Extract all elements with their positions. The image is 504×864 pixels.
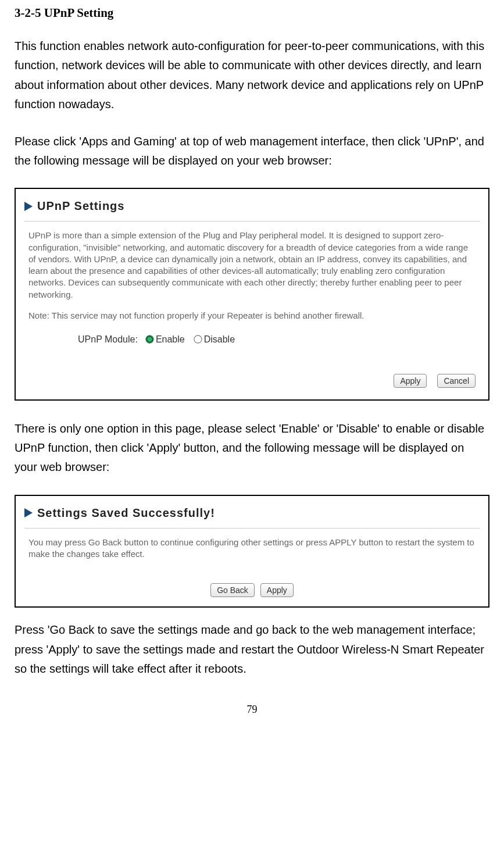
panel-title-saved: Settings Saved Successfully!: [37, 506, 215, 520]
settings-saved-screenshot: Settings Saved Successfully! You may pre…: [15, 495, 489, 608]
panel-body-saved: You may press Go Back button to continue…: [16, 537, 488, 581]
panel-header: UPnP Settings: [16, 189, 488, 217]
apply-button-saved[interactable]: Apply: [260, 583, 294, 597]
saved-description: You may press Go Back button to continue…: [28, 537, 476, 560]
radio-disable[interactable]: Disable: [194, 333, 235, 346]
radio-disable-input[interactable]: [194, 335, 202, 344]
page-number: 79: [15, 704, 489, 716]
panel-body: UPnP is more than a simple extension of …: [16, 230, 488, 357]
divider: [24, 528, 480, 529]
final-paragraph: Press 'Go Back to save the settings made…: [15, 620, 489, 679]
middle-paragraph: There is only one option in this page, p…: [15, 419, 489, 477]
chevron-right-icon: [24, 202, 33, 211]
upnp-radio-group: Enable Disable: [146, 333, 235, 346]
radio-disable-label: Disable: [204, 333, 235, 346]
upnp-note: Note: This service may not function prop…: [28, 310, 476, 322]
upnp-module-row: UPnP Module: Enable Disable: [78, 333, 476, 346]
intro-paragraph-2: Please click 'Apps and Gaming' at top of…: [15, 132, 489, 171]
upnp-settings-screenshot: UPnP Settings UPnP is more than a simple…: [15, 188, 489, 400]
chevron-right-icon: [24, 508, 33, 517]
upnp-module-label: UPnP Module:: [78, 333, 138, 346]
cancel-button[interactable]: Cancel: [437, 374, 476, 388]
saved-button-row: Go Back Apply: [16, 581, 488, 606]
panel-title: UPnP Settings: [37, 199, 124, 213]
radio-enable-input[interactable]: [145, 335, 153, 344]
apply-button[interactable]: Apply: [394, 374, 427, 388]
upnp-description: UPnP is more than a simple extension of …: [28, 230, 476, 301]
section-heading: 3-2-5 UPnP Setting: [15, 6, 489, 20]
radio-enable-label: Enable: [156, 333, 185, 346]
radio-enable[interactable]: Enable: [146, 333, 185, 346]
button-row: Apply Cancel: [16, 374, 488, 399]
goback-button[interactable]: Go Back: [210, 583, 255, 597]
intro-paragraph-1: This function enables network auto-confi…: [15, 37, 489, 115]
divider: [24, 221, 480, 222]
panel-header-saved: Settings Saved Successfully!: [16, 496, 488, 524]
